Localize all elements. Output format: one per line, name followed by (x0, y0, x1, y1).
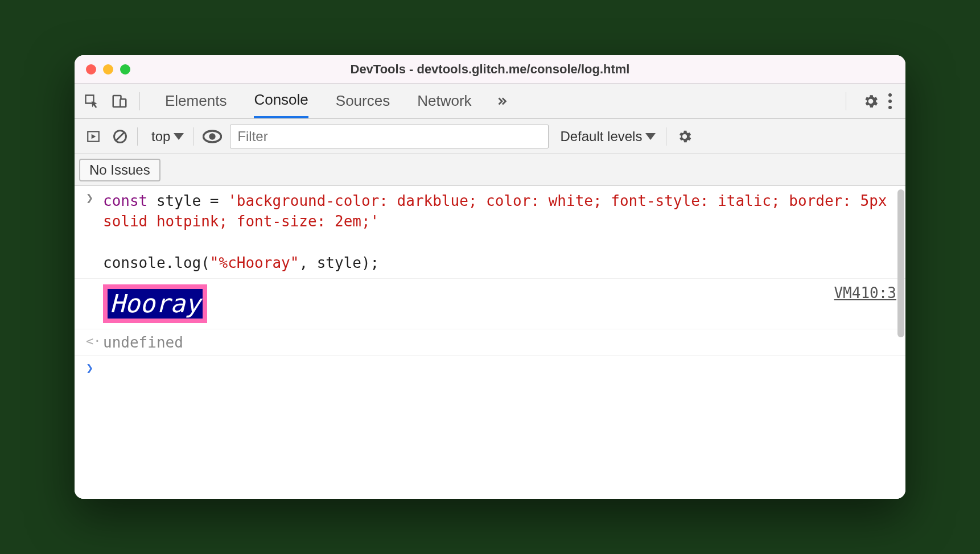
return-value: undefined (103, 334, 183, 351)
context-selector[interactable]: top (151, 129, 184, 144)
log-levels-selector[interactable]: Default levels (560, 129, 656, 144)
console-prompt[interactable]: ❯ (75, 356, 905, 365)
styled-log-text: Hooray (103, 284, 207, 324)
issues-button[interactable]: No Issues (79, 159, 160, 181)
toggle-sidebar-icon[interactable] (86, 129, 101, 144)
levels-label: Default levels (560, 129, 642, 144)
console-toolbar: top Default levels (75, 119, 905, 154)
issues-bar: No Issues (75, 154, 905, 186)
divider (666, 127, 666, 146)
dropdown-icon (645, 133, 656, 140)
more-tabs-icon[interactable] (496, 95, 508, 108)
inspect-element-icon[interactable] (84, 93, 100, 109)
window-title: DevTools - devtools.glitch.me/console/lo… (75, 62, 905, 77)
code-text: const style = 'background-color: darkblu… (103, 191, 896, 274)
context-label: top (151, 129, 170, 144)
console-output[interactable]: ❯ const style = 'background-color: darkb… (75, 186, 905, 499)
scrollbar-thumb[interactable] (897, 189, 904, 337)
settings-icon[interactable] (862, 93, 879, 110)
prompt-marker-icon: ❯ (86, 361, 93, 375)
input-marker-icon: ❯ (86, 191, 93, 205)
divider (193, 127, 193, 146)
close-window-button[interactable] (86, 64, 96, 75)
device-toolbar-icon[interactable] (111, 93, 128, 110)
svg-line-4 (116, 133, 124, 140)
console-input-entry: ❯ const style = 'background-color: darkb… (75, 186, 905, 279)
tab-elements[interactable]: Elements (165, 84, 227, 118)
clear-console-icon[interactable] (112, 129, 128, 144)
divider (846, 92, 846, 110)
console-return-entry: <· undefined (75, 329, 905, 356)
console-log-output: Hooray VM410:3 (75, 279, 905, 330)
filter-input[interactable] (230, 125, 549, 148)
minimize-window-button[interactable] (103, 64, 113, 75)
divider (137, 127, 138, 146)
live-expression-icon[interactable] (203, 129, 222, 144)
tab-sources[interactable]: Sources (336, 84, 390, 118)
tabs-bar: Elements Console Sources Network (75, 84, 905, 119)
devtools-window: DevTools - devtools.glitch.me/console/lo… (75, 55, 905, 499)
titlebar: DevTools - devtools.glitch.me/console/lo… (75, 55, 905, 84)
source-link[interactable]: VM410:3 (834, 284, 896, 301)
svg-point-6 (209, 133, 216, 139)
dropdown-icon (174, 133, 184, 140)
tab-console[interactable]: Console (254, 84, 308, 118)
maximize-window-button[interactable] (120, 64, 130, 75)
divider (139, 92, 140, 110)
svg-rect-1 (120, 99, 126, 107)
return-marker-icon: <· (86, 334, 101, 348)
traffic-lights (86, 64, 130, 75)
console-settings-icon[interactable] (677, 129, 693, 144)
more-options-icon[interactable] (884, 93, 896, 109)
tab-network[interactable]: Network (417, 84, 471, 118)
